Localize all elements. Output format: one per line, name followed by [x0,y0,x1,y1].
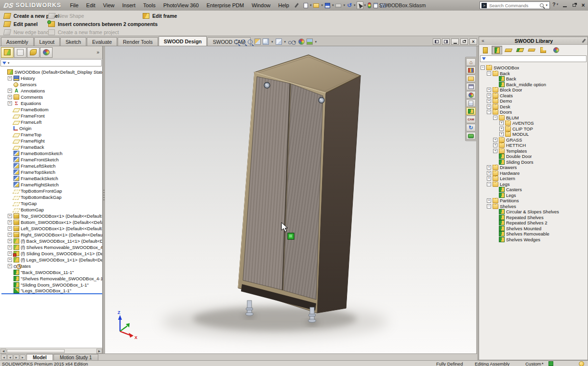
tree-expander-icon[interactable]: − [493,116,497,120]
display-style-icon[interactable] [276,39,282,45]
tree-expander-icon[interactable]: + [493,143,497,147]
feature-tree-item[interactable]: +History [1,75,102,81]
cabinet-3d-view[interactable]: Z X [105,46,476,353]
library-item[interactable]: −Doors [481,109,587,115]
taskpane-swood-cam-button[interactable]: CAM [466,116,476,123]
tree-expander-icon[interactable]: + [8,76,12,80]
feature-tree-item[interactable]: +Comments [1,94,102,100]
pen-icon[interactable] [294,2,299,8]
library-item[interactable]: +Cleats [481,93,587,99]
splitter-grip-icon[interactable] [103,190,105,201]
feature-tree-item[interactable]: +Equations [1,100,102,106]
library-item[interactable]: −Shelves [481,204,587,209]
chevron-down-icon[interactable]: ▾ [284,40,286,44]
feature-tree-item[interactable]: Origin [1,125,102,131]
library-item[interactable]: −Back [481,71,587,77]
library-item[interactable]: +Drawers [481,165,587,170]
filter-funnel-icon[interactable] [482,57,486,60]
feature-tree-item[interactable]: BottomGap [1,207,102,213]
feature-tree-item[interactable]: FrameBackSketch [1,175,102,182]
tree-expander-icon[interactable]: − [487,71,491,76]
feature-tree-item[interactable]: FrameRightSketch [1,182,102,188]
menu-file[interactable]: File [66,0,82,11]
configuration-status[interactable]: Custom [525,361,541,366]
tree-expander-icon[interactable]: + [8,233,12,237]
taskpane-file-explorer-button[interactable] [466,75,476,82]
menu-window[interactable]: Window [248,0,274,11]
feature-tree-item[interactable]: "Sliding Doors_SWOODBox_1-1" [1,282,102,288]
cabinet-left-door[interactable] [243,77,290,290]
search-input[interactable] [488,2,538,9]
tree-expander-icon[interactable]: + [8,89,12,93]
search-icon[interactable] [540,3,544,7]
pane-left-icon[interactable] [433,39,441,45]
menu-edit[interactable]: Edit [82,0,99,11]
door-knob-right[interactable] [319,97,324,103]
library-item[interactable]: +AVENTOS [481,120,587,126]
menu-photoview-360[interactable]: PhotoView 360 [160,0,203,11]
chevron-down-icon[interactable]: ▾ [354,3,356,7]
library-item[interactable]: Back_middle option [481,82,587,88]
print-button[interactable] [334,1,342,9]
tree-expander-icon[interactable]: + [8,239,12,243]
minimize-button[interactable] [561,2,568,8]
tab-assembly[interactable]: Assembly [1,37,34,46]
library-tool-box-button[interactable] [480,46,491,54]
zoom-fit-icon[interactable] [234,39,239,44]
menu-help[interactable]: Help [274,0,293,11]
tree-expander-icon[interactable]: + [8,226,12,231]
library-tool-corner-button[interactable] [538,46,548,54]
taskpane-design-library-button[interactable] [466,66,476,74]
tree-expander-icon[interactable]: + [8,251,12,256]
menu-tools[interactable]: Tools [139,0,160,11]
tab-prev-button[interactable]: ◀ [7,354,13,360]
chevron-down-icon[interactable]: ▾ [315,40,317,44]
tab-layout[interactable]: Layout [34,37,60,46]
chevron-down-icon[interactable]: ▾ [557,2,559,6]
library-item[interactable]: Circular & Slopes Shelves [481,209,587,215]
library-item[interactable]: Sliding Doors [481,159,587,165]
collapse-panel-icon[interactable]: « [479,38,487,43]
tree-expander-icon[interactable]: + [487,165,491,170]
library-item[interactable]: −Legs [481,182,587,187]
feature-tree-item[interactable]: "Back_SWOODBox_11-1" [1,269,102,275]
tab-swood-design[interactable]: SWOOD Design [159,36,207,46]
library-tool-panel-button[interactable] [503,46,514,54]
scene-icon[interactable] [307,39,313,45]
restore-button[interactable] [571,2,577,8]
feature-tree-item[interactable]: +Left_SWOODBox<1> (Default<<Default>_Dis… [1,225,102,232]
library-item[interactable]: +Lectern [481,176,587,182]
library-item[interactable]: Casters [481,187,587,193]
tab-model[interactable]: Model [27,354,53,360]
tree-expander-icon[interactable]: + [8,101,12,105]
feature-tree-item[interactable]: FrameLeft [1,119,102,125]
library-item[interactable]: +MODUL [481,131,587,137]
graphics-viewport[interactable]: Z X ⌂CAM↻ [105,46,476,353]
feature-tree-item[interactable]: FrameRight [1,138,102,144]
tab-configuration-manager[interactable] [27,47,40,58]
library-item[interactable]: +GRASS [481,137,587,143]
library-item[interactable]: +Desk [481,104,587,110]
feature-tree-item[interactable]: +(f) Sliding Doors_SWOODBox_1<1> (Defaul… [1,250,102,257]
library-item[interactable]: −BLUM [481,115,587,121]
scroll-left-icon[interactable]: ◀ [0,349,6,353]
library-item[interactable]: Back [481,76,587,82]
feature-tree-item[interactable]: +Annotations [1,88,102,94]
minimize-doc-button[interactable] [451,39,459,45]
taskpane-appearances-button[interactable] [466,91,476,99]
restore-doc-button[interactable] [460,39,468,45]
tab-last-button[interactable]: ▶ [20,354,26,360]
feature-tree-item[interactable]: +(f) Legs_SWOODBox_1<1> (Default<Default… [1,257,102,263]
feature-tree-item[interactable]: TopGap [1,200,102,207]
tree-expander-icon[interactable]: + [499,127,504,131]
help-icon[interactable]: ? [552,1,556,7]
taskpane-swood-library-button[interactable] [466,107,476,115]
search-commands-box[interactable]: > ▾ [480,1,550,9]
tab-feature-tree[interactable] [1,47,13,58]
taskpane-forum-button[interactable] [466,132,476,140]
tree-expander-icon[interactable]: + [487,176,491,181]
feature-tree-item[interactable]: +Mates [1,263,102,269]
library-item[interactable]: +Templates [481,148,587,154]
tree-expander-icon[interactable]: + [8,258,12,262]
library-item[interactable]: Repeated Shelves 2 [481,220,587,226]
